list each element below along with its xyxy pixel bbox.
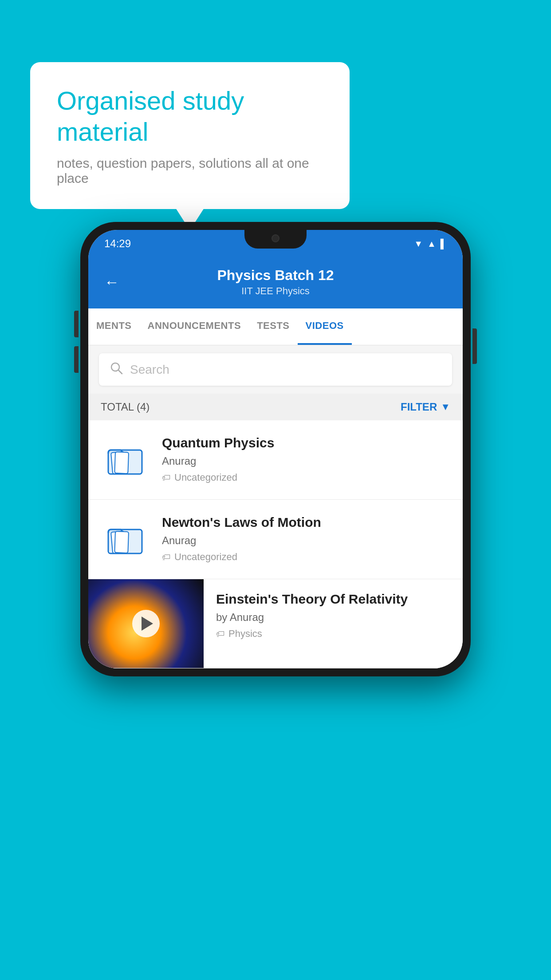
list-item[interactable]: Newton's Laws of Motion Anurag 🏷 Uncateg… (88, 500, 463, 579)
video-title: Quantum Physics (162, 435, 450, 450)
folder-icon (103, 438, 147, 482)
tag-icon: 🏷 (162, 473, 171, 483)
video-thumbnail (88, 579, 204, 668)
svg-line-1 (118, 370, 122, 374)
notch (244, 230, 307, 249)
bubble-title: Organised study material (57, 85, 323, 147)
video-thumb-folder (101, 515, 150, 564)
filter-button[interactable]: FILTER ▼ (401, 401, 450, 413)
svg-rect-7 (114, 531, 129, 553)
search-input-wrap[interactable]: Search (99, 353, 452, 386)
volume-up-button[interactable] (74, 311, 79, 337)
filter-label: FILTER (401, 401, 437, 413)
video-title: Einstein's Theory Of Relativity (216, 592, 450, 607)
tag-label: Physics (228, 628, 262, 640)
video-info: Einstein's Theory Of Relativity by Anura… (204, 579, 463, 652)
bubble-subtitle: notes, question papers, solutions all at… (57, 156, 323, 186)
video-list: Quantum Physics Anurag 🏷 Uncategorized (88, 420, 463, 668)
filter-row: TOTAL (4) FILTER ▼ (88, 394, 463, 420)
tabs-row: MENTS ANNOUNCEMENTS TESTS VIDEOS (88, 308, 463, 345)
header-title-group: Physics Batch 12 IIT JEE Physics (132, 267, 419, 297)
play-button[interactable] (132, 610, 160, 637)
tag-icon: 🏷 (162, 552, 171, 562)
batch-title: Physics Batch 12 (132, 267, 419, 284)
phone: 14:29 ▼ ▲ ▌ ← Physics Batch 12 IIT JEE P… (80, 222, 471, 676)
tab-tests[interactable]: TESTS (249, 308, 297, 345)
tab-videos[interactable]: VIDEOS (298, 308, 352, 345)
video-info: Newton's Laws of Motion Anurag 🏷 Uncateg… (162, 515, 450, 563)
filter-icon: ▼ (441, 401, 450, 413)
video-tag: 🏷 Physics (216, 628, 450, 640)
status-icons: ▼ ▲ ▌ (414, 239, 447, 249)
status-time: 14:29 (104, 237, 131, 250)
wifi-icon: ▼ (414, 239, 423, 249)
svg-rect-4 (114, 452, 129, 474)
tag-label: Uncategorized (174, 472, 237, 483)
batch-subtitle: IIT JEE Physics (132, 285, 419, 297)
video-author: by Anurag (216, 611, 450, 624)
folder-icon (103, 517, 147, 561)
total-count: TOTAL (4) (101, 401, 150, 413)
video-author: Anurag (162, 534, 450, 547)
video-thumb-folder (101, 435, 150, 484)
phone-outer: 14:29 ▼ ▲ ▌ ← Physics Batch 12 IIT JEE P… (80, 222, 471, 676)
list-item[interactable]: Quantum Physics Anurag 🏷 Uncategorized (88, 420, 463, 500)
status-bar: 14:29 ▼ ▲ ▌ (88, 230, 463, 257)
tab-ments[interactable]: MENTS (88, 308, 140, 345)
speech-bubble-container: Organised study material notes, question… (30, 62, 350, 209)
back-button[interactable]: ← (104, 273, 119, 291)
video-author: Anurag (162, 455, 450, 467)
volume-down-button[interactable] (74, 346, 79, 373)
search-input[interactable]: Search (130, 363, 169, 377)
tag-icon: 🏷 (216, 629, 225, 639)
signal-icon: ▲ (427, 239, 436, 249)
speech-bubble: Organised study material notes, question… (30, 62, 350, 209)
video-title: Newton's Laws of Motion (162, 515, 450, 530)
power-button[interactable] (472, 328, 477, 364)
app-header: ← Physics Batch 12 IIT JEE Physics (88, 257, 463, 308)
video-tag: 🏷 Uncategorized (162, 472, 450, 483)
camera (272, 234, 279, 242)
tab-announcements[interactable]: ANNOUNCEMENTS (140, 308, 249, 345)
video-tag: 🏷 Uncategorized (162, 551, 450, 563)
tag-label: Uncategorized (174, 551, 237, 563)
search-icon (110, 361, 123, 378)
phone-screen: 14:29 ▼ ▲ ▌ ← Physics Batch 12 IIT JEE P… (88, 230, 463, 668)
search-bar: Search (88, 345, 463, 394)
battery-icon: ▌ (441, 239, 447, 249)
list-item[interactable]: Einstein's Theory Of Relativity by Anura… (88, 579, 463, 668)
video-info: Quantum Physics Anurag 🏷 Uncategorized (162, 435, 450, 483)
play-icon (142, 616, 153, 631)
